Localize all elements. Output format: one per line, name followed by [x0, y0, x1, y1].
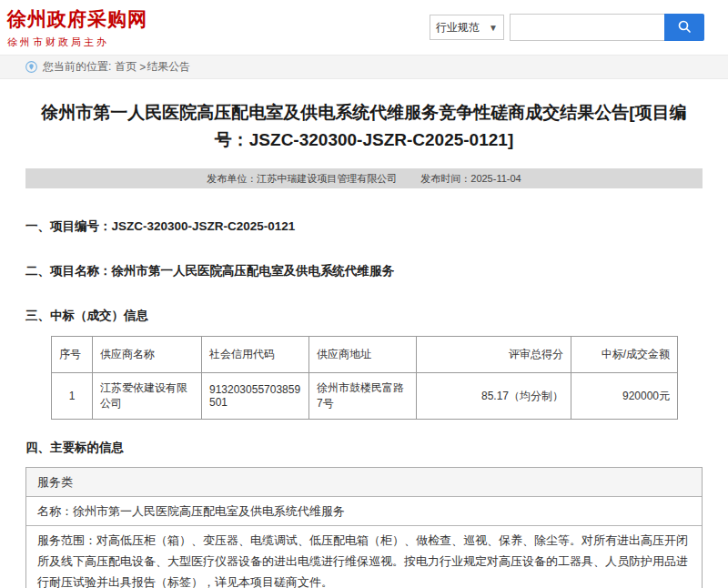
award-column-header: 社会信用代码	[202, 337, 309, 373]
award-table-body: 1江苏爱依建设有限公司913203055703859501徐州市鼓楼民富路7号8…	[52, 373, 678, 420]
site-subtitle: 徐州市财政局主办	[7, 35, 147, 49]
main-content: 徐州市第一人民医院高压配电室及供电系统代维服务竞争性磋商成交结果公告[项目编号：…	[0, 99, 728, 588]
award-table-row: 1江苏爱依建设有限公司913203055703859501徐州市鼓楼民富路7号8…	[52, 373, 678, 420]
award-column-header: 序号	[52, 337, 93, 373]
search-bar: 行业规范 ▼	[430, 14, 704, 41]
site-logo: 徐州政府采购网 徐州市财政局主办	[7, 6, 147, 49]
award-table-cell: 江苏爱依建设有限公司	[93, 373, 202, 420]
subject-info-row: 服务范围：对高低压柜（箱）、变压器、电缆调试、低压配电箱（柜）、做检查、巡视、保…	[26, 526, 702, 588]
award-table-cell: 徐州市鼓楼民富路7号	[309, 373, 417, 420]
section-award-info: 三、中标（成交）信息	[25, 308, 703, 324]
section-project-name: 二、项目名称：徐州市第一人民医院高压配电室及供电系统代维服务	[25, 263, 703, 279]
site-header: 徐州政府采购网 徐州市财政局主办 行业规范 ▼	[0, 0, 728, 55]
search-input[interactable]	[510, 14, 664, 41]
publisher-value: 江苏中瑞建设项目管理有限公司	[257, 173, 397, 184]
award-table-cell: 85.17（均分制）	[417, 373, 571, 420]
award-table-head-row: 序号供应商名称社会信用代码供应商地址评审总得分中标/成交金额	[52, 337, 678, 373]
breadcrumb: 您当前的位置: 首页 > 结果公告	[0, 55, 728, 79]
subject-info-box: 服务类 名称：徐州市第一人民医院高压配电室及供电系统代维服务服务范围：对高低压柜…	[25, 467, 703, 588]
award-column-header: 供应商名称	[93, 337, 202, 373]
section-subject-info: 四、主要标的信息	[25, 440, 703, 456]
award-table: 序号供应商名称社会信用代码供应商地址评审总得分中标/成交金额 1江苏爱依建设有限…	[51, 336, 678, 420]
breadcrumb-home-link[interactable]: 首页	[115, 59, 136, 75]
award-table-cell: 913203055703859501	[202, 373, 309, 420]
search-icon	[677, 19, 692, 36]
location-icon	[25, 61, 37, 73]
site-title: 徐州政府采购网	[7, 6, 147, 32]
publish-time-label: 发布时间：	[420, 173, 470, 184]
breadcrumb-label: 您当前的位置:	[43, 59, 111, 75]
award-column-header: 中标/成交金额	[571, 337, 678, 373]
publish-bar: 发布单位：江苏中瑞建设项目管理有限公司发布时间：2025-11-04	[25, 168, 703, 188]
section-project-number: 一、项目编号：JSZC-320300-JSZR-C2025-0121	[25, 218, 703, 235]
chevron-down-icon: ▼	[489, 23, 498, 33]
publisher-label: 发布单位：	[207, 173, 257, 184]
publish-time-value: 2025-11-04	[470, 173, 521, 184]
award-table-cell: 1	[52, 373, 93, 420]
subject-info-row: 名称：徐州市第一人民医院高压配电室及供电系统代维服务	[26, 497, 702, 526]
page-title: 徐州市第一人民医院高压配电室及供电系统代维服务竞争性磋商成交结果公告[项目编号：…	[25, 99, 703, 154]
award-column-header: 评审总得分	[417, 337, 571, 373]
category-select[interactable]: 行业规范 ▼	[430, 15, 504, 40]
award-column-header: 供应商地址	[309, 337, 417, 373]
search-button[interactable]	[664, 14, 704, 41]
breadcrumb-separator: >	[139, 61, 146, 74]
subject-category-row: 服务类	[26, 468, 702, 497]
subject-info-rows: 名称：徐州市第一人民医院高压配电室及供电系统代维服务服务范围：对高低压柜（箱）、…	[26, 497, 702, 588]
award-table-cell: 920000元	[571, 373, 678, 420]
breadcrumb-current: 结果公告	[147, 59, 190, 75]
category-select-value: 行业规范	[436, 20, 480, 35]
